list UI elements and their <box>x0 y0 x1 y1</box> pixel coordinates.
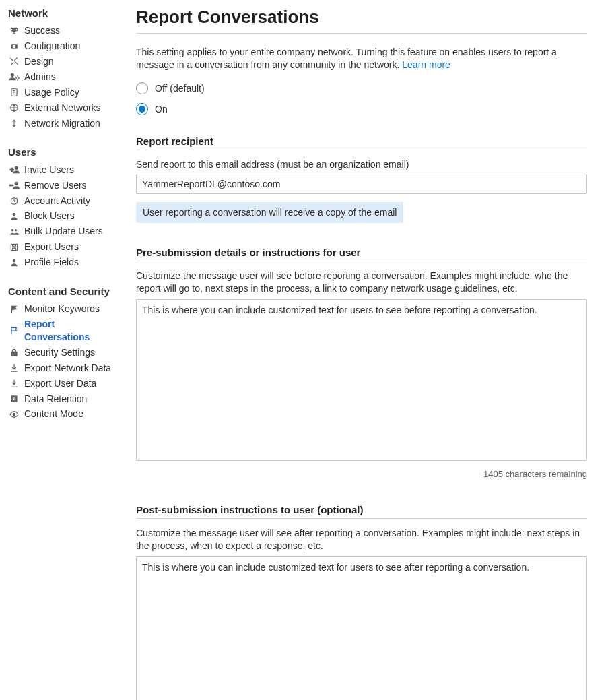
pre-submission-textarea[interactable] <box>136 299 587 462</box>
sidebar-item-label: Remove Users <box>24 179 87 192</box>
sidebar-item-invite-users[interactable]: Invite Users <box>8 162 120 178</box>
sidebar-item-label: Bulk Update Users <box>24 225 103 238</box>
sidebar-item-label: Configuration <box>24 40 80 53</box>
section-title: Post-submission instructions to user (op… <box>136 503 587 517</box>
sidebar-item-label: Invite Users <box>24 164 74 177</box>
person-icon <box>8 210 20 222</box>
sidebar-item-label: Monitor Keywords <box>24 303 100 315</box>
section-rule <box>136 518 587 519</box>
radio-off[interactable]: Off (default) <box>136 82 587 95</box>
download-icon <box>8 362 20 374</box>
sidebar-item-label: Profile Fields <box>24 256 79 269</box>
svg-point-15 <box>13 413 15 416</box>
sidebar-item-security-settings[interactable]: Security Settings <box>8 345 120 360</box>
feature-toggle-group: Off (default) On <box>136 82 587 116</box>
up-down-icon <box>8 117 20 129</box>
sidebar-item-label: Admins <box>24 71 56 84</box>
title-rule <box>136 33 587 34</box>
remove-user-icon <box>8 179 20 191</box>
recipient-email-label: Send report to this email address (must … <box>136 158 587 171</box>
sidebar-group-title: Network <box>8 7 120 20</box>
retention-icon <box>8 393 20 405</box>
post-submission-help: Customize the message user will see afte… <box>136 527 587 552</box>
sidebar-item-block-users[interactable]: Block Users <box>8 208 120 224</box>
svg-point-0 <box>11 73 14 77</box>
sidebar-item-label: Network Migration <box>24 117 100 130</box>
sidebar-item-bulk-update-users[interactable]: Bulk Update Users <box>8 224 120 239</box>
svg-rect-12 <box>11 352 17 356</box>
document-icon <box>8 86 20 98</box>
svg-point-11 <box>13 259 16 262</box>
sidebar-item-report-conversations[interactable]: Report Conversations <box>8 317 120 345</box>
sidebar-group-title: Content and Security <box>8 285 120 298</box>
gear-icon <box>8 40 20 53</box>
radio-on[interactable]: On <box>136 103 587 116</box>
sidebar-item-external-networks[interactable]: External Networks <box>8 100 120 116</box>
section-title: Report recipient <box>136 135 587 148</box>
sidebar-item-design[interactable]: Design <box>8 54 120 69</box>
sidebar-item-label: Export Users <box>24 241 79 253</box>
clock-icon <box>8 195 20 207</box>
page-description-text: This setting applies to your entire comp… <box>136 46 557 70</box>
sidebar-item-label: External Networks <box>24 102 101 115</box>
sidebar-item-success[interactable]: Success <box>8 23 120 38</box>
section-rule <box>136 150 587 150</box>
sidebar-item-remove-users[interactable]: Remove Users <box>8 178 120 193</box>
sidebar-item-content-mode[interactable]: Content Mode <box>8 406 120 422</box>
recipient-info: User reporting a conversation will recei… <box>136 202 403 223</box>
sidebar-item-configuration[interactable]: Configuration <box>8 38 120 54</box>
radio-on-label: On <box>155 103 168 116</box>
section-post-submission: Post-submission instructions to user (op… <box>136 503 587 700</box>
bulk-users-icon <box>8 226 20 238</box>
download-icon <box>8 377 20 389</box>
sidebar-group-content-security: Content and Security Monitor Keywords Re… <box>8 285 120 422</box>
sidebar-item-data-retention[interactable]: Data Retention <box>8 391 120 407</box>
sidebar-item-label: Usage Policy <box>24 86 79 99</box>
svg-point-1 <box>16 77 18 79</box>
sidebar-item-network-migration[interactable]: Network Migration <box>8 116 120 131</box>
main-content: Report Conversations This setting applie… <box>136 5 606 700</box>
sidebar-item-profile-fields[interactable]: Profile Fields <box>8 255 120 270</box>
person-solid-icon <box>8 257 20 269</box>
page-title: Report Conversations <box>136 5 587 29</box>
radio-off-label: Off (default) <box>155 82 205 95</box>
report-flag-icon <box>8 325 20 337</box>
sidebar-item-account-activity[interactable]: Account Activity <box>8 193 120 209</box>
radio-circle-selected-icon <box>136 103 148 115</box>
eye-icon <box>8 408 20 420</box>
svg-point-9 <box>15 229 17 232</box>
section-title: Pre-submission details or instructions f… <box>136 246 587 259</box>
svg-point-8 <box>11 229 14 232</box>
section-pre-submission: Pre-submission details or instructions f… <box>136 246 587 480</box>
sidebar-item-label: Design <box>24 55 54 68</box>
save-icon <box>8 241 20 253</box>
invite-user-icon <box>8 164 20 176</box>
sidebar-item-label: Content Mode <box>24 408 83 420</box>
recipient-email-input[interactable] <box>136 174 587 194</box>
sidebar-item-export-users[interactable]: Export Users <box>8 239 120 255</box>
flag-icon <box>8 303 20 315</box>
sidebar-item-label: Security Settings <box>24 346 95 359</box>
radio-circle-icon <box>136 82 148 94</box>
sidebar-group-title: Users <box>8 146 120 159</box>
sidebar-item-export-user-data[interactable]: Export User Data <box>8 376 120 391</box>
sidebar-item-admins[interactable]: Admins <box>8 69 120 85</box>
sidebar-item-monitor-keywords[interactable]: Monitor Keywords <box>8 301 120 317</box>
post-submission-textarea[interactable] <box>136 556 587 700</box>
sidebar-item-export-network-data[interactable]: Export Network Data <box>8 360 120 376</box>
tools-icon <box>8 55 20 67</box>
lock-icon <box>8 346 20 358</box>
sidebar-item-usage-policy[interactable]: Usage Policy <box>8 85 120 100</box>
svg-point-7 <box>13 213 16 216</box>
sidebar-item-label: Data Retention <box>24 393 87 406</box>
sidebar-item-label: Success <box>24 24 60 37</box>
section-report-recipient: Report recipient Send report to this ema… <box>136 135 587 223</box>
sidebar-item-label: Export User Data <box>24 377 96 390</box>
trophy-icon <box>8 25 20 37</box>
pre-submission-char-count: 1405 characters remaining <box>136 468 587 480</box>
page-description: This setting applies to your entire comp… <box>136 46 587 71</box>
globe-icon <box>8 102 20 114</box>
learn-more-link[interactable]: Learn more <box>402 59 450 70</box>
sidebar-group-network: Network Success Configuration Design <box>8 7 120 131</box>
section-rule <box>136 261 587 261</box>
